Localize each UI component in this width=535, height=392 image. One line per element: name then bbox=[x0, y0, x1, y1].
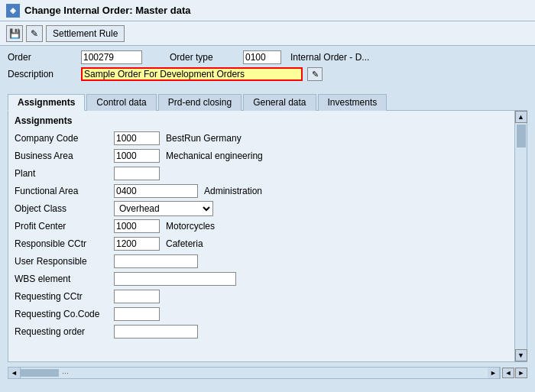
user-responsible-input[interactable] bbox=[114, 254, 198, 268]
plant-label: Plant bbox=[15, 168, 114, 179]
scroll-up-button[interactable]: ▲ bbox=[515, 111, 527, 123]
assignments-section-title: Assignments bbox=[15, 115, 508, 126]
requesting-order-input[interactable] bbox=[114, 325, 198, 339]
order-type-input[interactable] bbox=[243, 50, 281, 64]
app-icon: ◈ bbox=[6, 4, 20, 18]
functional-area-value: Administration bbox=[204, 186, 262, 196]
profit-center-input[interactable] bbox=[114, 219, 160, 233]
form-area: Order Order type Internal Order - D... D… bbox=[0, 46, 535, 89]
order-type-desc: Internal Order - D... bbox=[290, 52, 369, 63]
scroll-left-button[interactable]: ◄ bbox=[8, 368, 21, 378]
company-code-value: BestRun Germany bbox=[166, 133, 242, 144]
window-title: Change Internal Order: Master data bbox=[24, 5, 190, 16]
business-area-label: Business Area bbox=[15, 151, 114, 161]
tab-assignments[interactable]: Assignments bbox=[8, 94, 85, 111]
field-row-functional-area: Functional Area Administration bbox=[15, 183, 508, 199]
vertical-scrollbar: ▲ ▼ bbox=[514, 111, 527, 361]
horizontal-scrollbar: ◄ ··· ► bbox=[8, 367, 501, 379]
tab-prd-end-closing[interactable]: Prd-end closing bbox=[158, 94, 242, 111]
save-icon-button[interactable]: 💾 bbox=[6, 25, 23, 42]
business-area-input[interactable] bbox=[114, 149, 160, 163]
field-row-requesting-cocode: Requesting Co.Code bbox=[15, 306, 508, 322]
description-edit-button[interactable]: ✎ bbox=[307, 67, 323, 81]
requesting-cctr-input[interactable] bbox=[114, 290, 160, 303]
field-row-user-responsible: User Responsible bbox=[15, 254, 508, 269]
tab-investments[interactable]: Investments bbox=[318, 94, 387, 111]
field-row-responsible-cctr: Responsible CCtr Cafeteria bbox=[15, 236, 508, 251]
order-type-label: Order type bbox=[170, 52, 238, 63]
field-row-object-class: Object Class Overhead Investment Profita… bbox=[15, 201, 508, 216]
scroll-track bbox=[516, 123, 527, 349]
scroll-dots: ··· bbox=[62, 368, 69, 377]
nav-arrows: ◄ ► bbox=[502, 368, 527, 378]
object-class-select[interactable]: Overhead Investment Profitability segmen… bbox=[114, 201, 213, 216]
responsible-cctr-input[interactable] bbox=[114, 237, 160, 251]
requesting-cocode-label: Requesting Co.Code bbox=[15, 309, 114, 319]
scroll-right-button[interactable]: ► bbox=[488, 368, 500, 378]
field-row-requesting-order: Requesting order bbox=[15, 324, 508, 339]
scroll-down-button[interactable]: ▼ bbox=[515, 349, 527, 361]
title-bar: ◈ Change Internal Order: Master data bbox=[0, 0, 535, 21]
bottom-scroll-area: ◄ ··· ► ◄ ► bbox=[8, 367, 527, 379]
description-row: Description ✎ bbox=[8, 67, 527, 81]
order-label: Order bbox=[8, 52, 76, 63]
functional-area-input[interactable] bbox=[114, 184, 198, 198]
field-row-company-code: Company Code BestRun Germany bbox=[15, 131, 508, 146]
requesting-cctr-label: Requesting CCtr bbox=[15, 291, 114, 302]
requesting-order-label: Requesting order bbox=[15, 326, 114, 337]
order-input[interactable] bbox=[81, 50, 142, 64]
field-row-requesting-cctr: Requesting CCtr bbox=[15, 289, 508, 304]
plant-input[interactable] bbox=[114, 167, 160, 180]
scroll-thumb[interactable] bbox=[517, 125, 526, 147]
field-row-profit-center: Profit Center Motorcycles bbox=[15, 219, 508, 234]
business-area-value: Mechanical engineering bbox=[166, 151, 263, 161]
edit-icon-button[interactable]: ✎ bbox=[26, 25, 43, 42]
assignments-panel: Assignments Company Code BestRun Germany… bbox=[8, 111, 514, 361]
functional-area-label: Functional Area bbox=[15, 186, 114, 196]
wbs-element-input[interactable] bbox=[114, 272, 236, 286]
tab-general-data[interactable]: General data bbox=[243, 94, 316, 111]
description-input[interactable] bbox=[81, 67, 303, 81]
nav-prev-button[interactable]: ◄ bbox=[502, 368, 514, 378]
wbs-element-label: WBS element bbox=[15, 274, 114, 284]
field-row-plant: Plant bbox=[15, 166, 508, 181]
order-row: Order Order type Internal Order - D... bbox=[8, 50, 527, 64]
toolbar: 💾 ✎ Settlement Rule bbox=[0, 21, 535, 46]
company-code-label: Company Code bbox=[15, 133, 114, 144]
profit-center-label: Profit Center bbox=[15, 221, 114, 232]
h-scroll-thumb[interactable] bbox=[21, 369, 59, 377]
h-scroll-track: ··· bbox=[21, 369, 488, 377]
main-panel: Assignments Company Code BestRun Germany… bbox=[8, 110, 527, 362]
object-class-label: Object Class bbox=[15, 203, 114, 214]
description-label: Description bbox=[8, 69, 76, 79]
profit-center-value: Motorcycles bbox=[166, 221, 215, 232]
responsible-cctr-value: Cafeteria bbox=[166, 238, 203, 249]
tabs-container: Assignments Control data Prd-end closing… bbox=[0, 89, 535, 110]
nav-next-button[interactable]: ► bbox=[515, 368, 527, 378]
field-row-business-area: Business Area Mechanical engineering bbox=[15, 148, 508, 164]
field-row-wbs-element: WBS element bbox=[15, 271, 508, 287]
user-responsible-label: User Responsible bbox=[15, 256, 114, 267]
company-code-input[interactable] bbox=[114, 131, 160, 145]
responsible-cctr-label: Responsible CCtr bbox=[15, 238, 114, 249]
settlement-rule-button[interactable]: Settlement Rule bbox=[46, 25, 125, 42]
requesting-cocode-input[interactable] bbox=[114, 307, 160, 321]
tab-control-data[interactable]: Control data bbox=[86, 94, 156, 111]
